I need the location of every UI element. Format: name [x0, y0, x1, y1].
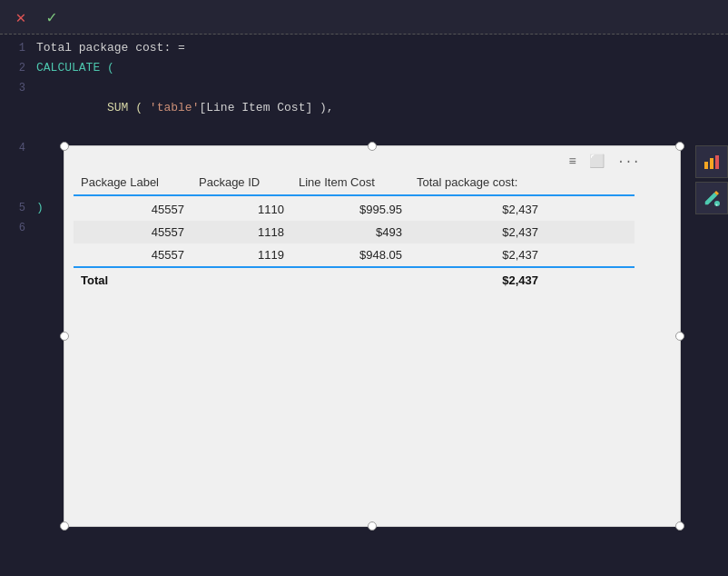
chart-button[interactable]: [695, 145, 728, 178]
svg-rect-1: [710, 158, 713, 169]
cancel-button[interactable]: ✕: [7, 5, 34, 30]
chart-icon: [703, 153, 721, 171]
filter-icon[interactable]: ≡: [565, 153, 579, 171]
cell-label: 45557: [74, 201, 192, 218]
cell-label: 45557: [74, 246, 192, 263]
svg-rect-2: [715, 155, 719, 169]
confirm-icon: ✓: [47, 7, 57, 27]
code-line-3: 3 SUM ( 'table'[Line Item Cost] ),: [0, 78, 728, 138]
table-body: 45557 1110 $995.95 $2,437 45557 1118 $49…: [74, 198, 635, 268]
cell-cost: $493: [291, 223, 409, 241]
code-content-5: ): [36, 198, 44, 218]
visual-toolbar: ≡ ⬜ ···: [565, 152, 644, 171]
table-header: Package Label Package ID Line Item Cost …: [74, 174, 635, 196]
code-content-1: Total package cost: =: [36, 38, 185, 58]
more-options-icon[interactable]: ···: [614, 153, 644, 171]
code-content-2: CALCULATE (: [36, 58, 114, 78]
resize-handle-br[interactable]: [675, 521, 684, 531]
code-line-1: 1 Total package cost: =: [0, 38, 728, 58]
resize-handle-tl[interactable]: [60, 142, 69, 151]
col-total-package-cost: Total package cost:: [409, 174, 546, 191]
formula-toolbar: ✕ ✓: [0, 0, 728, 35]
visual-panel: ≡ ⬜ ··· Package Label Package ID Line It…: [64, 145, 681, 527]
resize-handle-mr[interactable]: [675, 332, 684, 341]
total-value: $2,437: [409, 272, 546, 289]
cell-total: $2,437: [409, 223, 546, 241]
line-number-4: 4: [7, 138, 25, 158]
resize-handle-bl[interactable]: [60, 521, 69, 531]
line-number-5: 5: [7, 198, 25, 218]
total-label: Total: [74, 272, 192, 289]
total-pkg-id: [192, 272, 291, 289]
line-number-3: 3: [7, 78, 25, 98]
resize-handle-ml[interactable]: [60, 332, 69, 341]
cell-total: $2,437: [409, 201, 546, 218]
table-row: 45557 1110 $995.95 $2,437: [74, 198, 635, 221]
code-line-2: 2 CALCULATE (: [0, 58, 728, 78]
table-row: 45557 1119 $948.05 $2,437: [74, 243, 635, 268]
resize-handle-tr[interactable]: [675, 142, 684, 151]
col-package-label: Package Label: [74, 174, 192, 191]
edit-visual-button[interactable]: +: [695, 182, 728, 214]
side-panel: +: [695, 145, 728, 214]
expand-icon[interactable]: ⬜: [585, 152, 608, 171]
cancel-icon: ✕: [16, 7, 26, 27]
total-row: Total $2,437: [74, 268, 635, 293]
cell-label: 45557: [74, 223, 192, 241]
svg-rect-0: [704, 162, 708, 169]
cell-id: 1118: [192, 223, 291, 241]
cell-id: 1110: [192, 201, 291, 218]
cell-total: $2,437: [409, 246, 546, 263]
total-cost-empty: [291, 272, 409, 289]
data-table: Package Label Package ID Line Item Cost …: [74, 174, 635, 293]
col-package-id: Package ID: [192, 174, 291, 191]
line-number-1: 1: [7, 38, 25, 58]
col-line-item-cost: Line Item Cost: [291, 174, 409, 191]
edit-icon: +: [703, 189, 721, 207]
table-row: 45557 1118 $493 $2,437: [74, 221, 635, 243]
cell-cost: $995.95: [291, 201, 409, 218]
confirm-button[interactable]: ✓: [38, 5, 65, 30]
cell-id: 1119: [192, 246, 291, 263]
code-content-3: SUM ( 'table'[Line Item Cost] ),: [36, 78, 334, 138]
resize-handle-tm[interactable]: [368, 142, 377, 151]
line-number-6: 6: [7, 218, 25, 238]
resize-handle-bm[interactable]: [368, 521, 377, 531]
cell-cost: $948.05: [291, 246, 409, 263]
line-number-2: 2: [7, 58, 25, 78]
svg-text:+: +: [715, 203, 718, 207]
